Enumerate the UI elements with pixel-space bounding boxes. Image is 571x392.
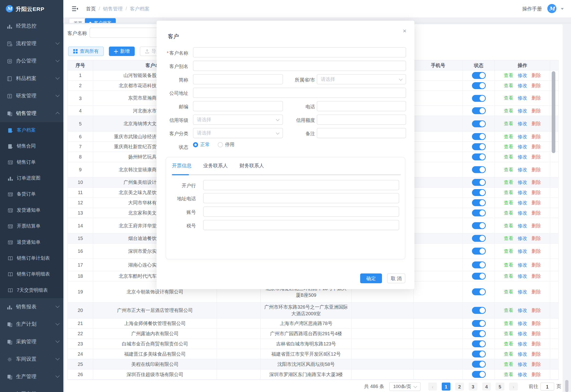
sidebar-subitem[interactable]: 7天交货明细表 bbox=[0, 282, 63, 298]
view-link[interactable]: 查看 bbox=[504, 143, 513, 150]
view-link[interactable]: 查看 bbox=[504, 320, 513, 327]
status-toggle[interactable] bbox=[472, 179, 486, 186]
company-address-field[interactable] bbox=[193, 88, 406, 98]
sidebar-subitem[interactable]: 销售订单 bbox=[0, 154, 63, 170]
delete-link[interactable]: 删除 bbox=[531, 166, 541, 173]
edit-link[interactable]: 修改 bbox=[518, 107, 527, 114]
delete-link[interactable]: 删除 bbox=[531, 189, 541, 196]
edit-link[interactable]: 修改 bbox=[518, 235, 527, 242]
prev-page-button[interactable]: ‹ bbox=[428, 382, 437, 391]
sidebar-subitem[interactable]: 客户档案 bbox=[0, 122, 63, 138]
breadcrumb-home[interactable]: 首页 bbox=[86, 6, 96, 12]
view-link[interactable]: 查看 bbox=[504, 371, 513, 378]
status-toggle[interactable] bbox=[472, 72, 486, 79]
chevron-down-icon[interactable] bbox=[561, 8, 564, 11]
avatar[interactable]: M bbox=[547, 4, 556, 13]
page-button[interactable]: 5 bbox=[496, 382, 504, 391]
confirm-button[interactable]: 确定 bbox=[360, 273, 382, 283]
category-select[interactable]: 请选择 bbox=[193, 128, 283, 138]
collapse-menu-icon[interactable] bbox=[71, 5, 78, 12]
sidebar-item[interactable]: 流程管理 bbox=[0, 35, 63, 52]
view-link[interactable]: 查看 bbox=[504, 83, 513, 89]
view-link[interactable]: 查看 bbox=[504, 154, 513, 160]
status-toggle[interactable] bbox=[472, 361, 486, 367]
view-link[interactable]: 查看 bbox=[504, 307, 513, 314]
status-toggle[interactable] bbox=[472, 307, 486, 314]
view-link[interactable]: 查看 bbox=[504, 340, 513, 347]
edit-link[interactable]: 修改 bbox=[518, 210, 527, 216]
view-link[interactable]: 查看 bbox=[504, 330, 513, 337]
status-toggle[interactable] bbox=[472, 222, 486, 229]
phone-field[interactable] bbox=[317, 101, 406, 112]
status-toggle[interactable] bbox=[472, 210, 486, 216]
delete-link[interactable]: 删除 bbox=[531, 107, 541, 114]
delete-link[interactable]: 删除 bbox=[531, 248, 541, 254]
sidebar-subitem[interactable]: 销售订单计划表 bbox=[0, 250, 63, 266]
delete-link[interactable]: 删除 bbox=[531, 235, 541, 242]
view-link[interactable]: 查看 bbox=[504, 179, 513, 186]
jump-page-input[interactable] bbox=[540, 382, 554, 391]
status-normal-radio[interactable]: 正常 bbox=[193, 141, 210, 148]
status-toggle[interactable] bbox=[472, 340, 486, 347]
edit-link[interactable]: 修改 bbox=[518, 262, 527, 268]
short-name-field[interactable] bbox=[193, 74, 283, 84]
page-button[interactable]: 1 bbox=[442, 382, 451, 391]
delete-link[interactable]: 删除 bbox=[531, 262, 541, 268]
page-button[interactable]: 4 bbox=[482, 382, 491, 391]
delete-link[interactable]: 删除 bbox=[531, 120, 541, 127]
status-toggle[interactable] bbox=[472, 166, 486, 173]
status-toggle[interactable] bbox=[472, 82, 486, 89]
sidebar-subitem[interactable]: 退货通知单 bbox=[0, 234, 63, 250]
sidebar-subitem[interactable]: 销售合同 bbox=[0, 138, 63, 154]
view-link[interactable]: 查看 bbox=[504, 166, 513, 173]
edit-link[interactable]: 修改 bbox=[518, 133, 527, 140]
edit-link[interactable]: 修改 bbox=[518, 143, 527, 150]
status-disabled-radio[interactable]: 停用 bbox=[218, 141, 234, 148]
edit-link[interactable]: 修改 bbox=[518, 95, 527, 101]
delete-link[interactable]: 删除 bbox=[531, 95, 541, 101]
view-link[interactable]: 查看 bbox=[504, 120, 513, 127]
edit-link[interactable]: 修改 bbox=[518, 330, 527, 337]
view-link[interactable]: 查看 bbox=[504, 248, 513, 254]
cancel-button[interactable]: 取 消 bbox=[387, 273, 406, 283]
edit-link[interactable]: 修改 bbox=[518, 179, 527, 186]
credit-level-select[interactable]: 请选择 bbox=[193, 114, 283, 125]
edit-link[interactable]: 修改 bbox=[518, 83, 527, 89]
view-link[interactable]: 查看 bbox=[504, 273, 513, 280]
breadcrumb-section[interactable]: 销售管理 bbox=[103, 6, 123, 12]
sidebar-subitem[interactable]: 发货通知单 bbox=[0, 202, 63, 218]
delete-link[interactable]: 删除 bbox=[531, 143, 541, 150]
status-toggle[interactable] bbox=[472, 320, 486, 327]
delete-link[interactable]: 删除 bbox=[531, 210, 541, 216]
tax-no-field[interactable] bbox=[203, 220, 399, 230]
sidebar-item[interactable]: 办公管理 bbox=[0, 52, 63, 70]
delete-link[interactable]: 删除 bbox=[531, 222, 541, 229]
view-link[interactable]: 查看 bbox=[504, 235, 513, 242]
delete-link[interactable]: 删除 bbox=[531, 307, 541, 314]
status-toggle[interactable] bbox=[472, 235, 486, 242]
sidebar-item[interactable]: 生产管理 bbox=[0, 368, 63, 385]
status-toggle[interactable] bbox=[472, 288, 486, 295]
status-toggle[interactable] bbox=[472, 95, 486, 102]
edit-link[interactable]: 修改 bbox=[518, 248, 527, 254]
sidebar-subitem[interactable]: 备货订单 bbox=[0, 186, 63, 202]
status-toggle[interactable] bbox=[472, 262, 486, 268]
view-link[interactable]: 查看 bbox=[504, 189, 513, 196]
delete-link[interactable]: 删除 bbox=[531, 154, 541, 160]
status-toggle[interactable] bbox=[472, 107, 486, 114]
remark-field[interactable] bbox=[317, 128, 406, 138]
view-link[interactable]: 查看 bbox=[504, 210, 513, 216]
zip-field[interactable] bbox=[193, 101, 283, 112]
sidebar-item[interactable]: 生产计划 bbox=[0, 316, 63, 333]
delete-link[interactable]: 删除 bbox=[531, 289, 541, 295]
bank-field[interactable] bbox=[203, 180, 399, 190]
sidebar-subitem[interactable]: 销售订单明细表 bbox=[0, 266, 63, 282]
tab-home[interactable]: 首页 bbox=[69, 18, 87, 23]
view-link[interactable]: 查看 bbox=[504, 95, 513, 101]
sidebar-item[interactable]: 采购管理 bbox=[0, 333, 63, 350]
edit-link[interactable]: 修改 bbox=[518, 307, 527, 314]
delete-link[interactable]: 删除 bbox=[531, 330, 541, 337]
sidebar-item[interactable]: 料品档案 bbox=[0, 70, 63, 87]
delete-link[interactable]: 删除 bbox=[531, 179, 541, 186]
edit-link[interactable]: 修改 bbox=[518, 371, 527, 378]
